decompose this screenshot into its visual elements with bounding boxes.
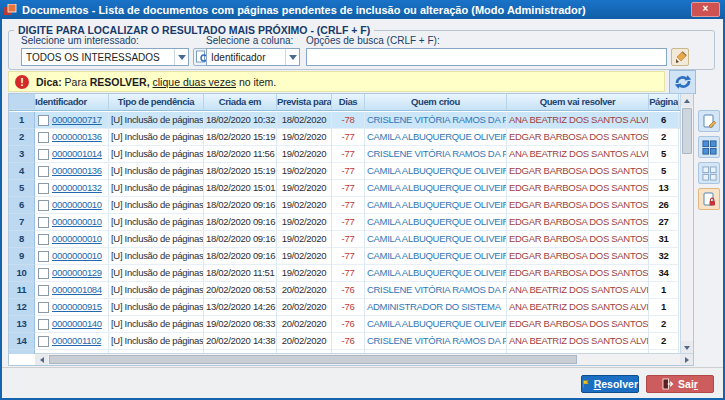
- row-checkbox[interactable]: [38, 302, 49, 313]
- tip-text: Dica: Para RESOLVER, clique duas vezes n…: [36, 76, 276, 88]
- interested-select[interactable]: TODOS OS INTERESSADOS: [21, 48, 189, 66]
- row-checkbox[interactable]: [38, 149, 49, 160]
- scroll-right-button[interactable]: [680, 354, 693, 365]
- row-checkbox[interactable]: [38, 285, 49, 296]
- row-number: 8: [9, 231, 35, 248]
- table-row[interactable]: 14 0000001102 [U] Inclusão de páginas 20…: [9, 333, 680, 350]
- days-cell: -77: [332, 231, 365, 248]
- arrow-down-icon: [684, 346, 690, 350]
- header-pages[interactable]: Página: [649, 94, 679, 110]
- vertical-scroll-thumb[interactable]: [682, 108, 692, 154]
- header-resolver[interactable]: Quem vai resolver: [507, 94, 649, 110]
- edit-document-button[interactable]: [698, 110, 720, 132]
- column-select[interactable]: Identificador: [206, 48, 300, 66]
- row-checkbox[interactable]: [38, 166, 49, 177]
- vertical-scrollbar[interactable]: [680, 94, 693, 354]
- due-date-cell: 18/02/2020: [277, 112, 332, 129]
- locked-document-button[interactable]: [698, 188, 720, 210]
- row-checkbox[interactable]: [38, 183, 49, 194]
- row-checkbox[interactable]: [38, 217, 49, 228]
- refresh-button[interactable]: [669, 70, 696, 94]
- row-checkbox[interactable]: [38, 268, 49, 279]
- row-number: 6: [9, 197, 35, 214]
- creator-cell: CAMILA ALBUQUERQUE OLIVEIRA: [365, 231, 507, 248]
- chevron-down-icon: [174, 49, 188, 65]
- creator-cell: CRISLENE VITÓRIA RAMOS DA PURI...: [365, 146, 507, 163]
- table-row[interactable]: 2 0000000136 [U] Inclusão de páginas 18/…: [9, 129, 680, 146]
- resolve-button[interactable]: Resolver: [581, 375, 639, 393]
- row-checkbox[interactable]: [38, 132, 49, 143]
- resolver-cell: EDGAR BARBOSA DOS SANTOS JÚNI...: [507, 163, 649, 180]
- identifier-link[interactable]: 0000001102: [52, 333, 101, 349]
- table-row[interactable]: 10 0000000129 [U] Inclusão de páginas 18…: [9, 265, 680, 282]
- clear-brush-button[interactable]: [671, 48, 689, 66]
- row-number: 11: [9, 282, 35, 299]
- header-creator[interactable]: Quem criou: [365, 94, 507, 110]
- resolver-cell: ANA BEATRIZ DOS SANTOS ALVES: [507, 112, 649, 129]
- search-input[interactable]: [306, 48, 667, 66]
- identifier-link[interactable]: 0000000132: [52, 180, 102, 196]
- identifier-link[interactable]: 0000000010: [52, 248, 102, 264]
- table-row[interactable]: 9 0000000010 [U] Inclusão de páginas 18/…: [9, 248, 680, 265]
- identifier-cell: 0000001084: [35, 282, 109, 299]
- table-row[interactable]: 12 0000000915 [U] Inclusão de páginas 13…: [9, 299, 680, 316]
- select-all-button[interactable]: [698, 136, 720, 158]
- row-checkbox[interactable]: [38, 319, 49, 330]
- resolver-cell: EDGAR BARBOSA DOS SANTOS JÚNI...: [507, 231, 649, 248]
- identifier-cell: 0000000010: [35, 248, 109, 265]
- table-row[interactable]: 1 0000000717 [U] Inclusão de páginas 18/…: [9, 112, 680, 129]
- arrow-up-icon: [684, 99, 690, 103]
- refresh-icon: [674, 74, 692, 90]
- identifier-link[interactable]: 0000000010: [52, 231, 102, 247]
- identifier-link[interactable]: 0000000010: [52, 197, 102, 213]
- header-row-number: [9, 94, 35, 110]
- row-checkbox[interactable]: [38, 251, 49, 262]
- table-row[interactable]: 13 0000000140 [U] Inclusão de páginas 19…: [9, 316, 680, 333]
- header-due[interactable]: Prevista para: [277, 94, 332, 110]
- row-checkbox[interactable]: [38, 115, 49, 126]
- identifier-link[interactable]: 0000000915: [52, 299, 102, 315]
- exit-button[interactable]: Sair: [646, 375, 714, 393]
- identifier-link[interactable]: 0000000140: [52, 316, 102, 332]
- scroll-up-button[interactable]: [681, 94, 693, 107]
- header-identifier[interactable]: Identificador: [35, 94, 109, 110]
- header-days[interactable]: Dias: [332, 94, 365, 110]
- table-row[interactable]: 11 0000001084 [U] Inclusão de páginas 20…: [9, 282, 680, 299]
- created-at-cell: 18/02/2020 11:51: [204, 265, 277, 282]
- row-number: 13: [9, 316, 35, 333]
- creator-cell: CAMILA ALBUQUERQUE OLIVEIRA: [365, 163, 507, 180]
- identifier-link[interactable]: 0000000136: [52, 163, 102, 179]
- table-row[interactable]: 6 0000000010 [U] Inclusão de páginas 18/…: [9, 197, 680, 214]
- column-label: Selecione a coluna:: [206, 35, 293, 46]
- deselect-all-button[interactable]: [698, 162, 720, 184]
- table-row[interactable]: 8 0000000010 [U] Inclusão de páginas 18/…: [9, 231, 680, 248]
- identifier-cell: 0000000010: [35, 214, 109, 231]
- identifier-cell: 0000000717: [35, 112, 109, 129]
- horizontal-scroll-thumb[interactable]: [49, 355, 577, 364]
- creator-cell: CAMILA ALBUQUERQUE OLIVEIRA: [365, 316, 507, 333]
- pages-cell: 1: [649, 299, 679, 316]
- horizontal-scrollbar[interactable]: [35, 353, 693, 365]
- identifier-link[interactable]: 0000001084: [52, 282, 102, 298]
- created-at-cell: 19/02/2020 08:33: [204, 316, 277, 333]
- days-cell: -76: [332, 299, 365, 316]
- table-row[interactable]: 4 0000000136 [U] Inclusão de páginas 18/…: [9, 163, 680, 180]
- header-created[interactable]: Criada em: [204, 94, 277, 110]
- row-checkbox[interactable]: [38, 200, 49, 211]
- table-row[interactable]: 7 0000000010 [U] Inclusão de páginas 18/…: [9, 214, 680, 231]
- identifier-cell: 0000000132: [35, 180, 109, 197]
- row-checkbox[interactable]: [38, 336, 49, 347]
- due-date-cell: 19/02/2020: [277, 163, 332, 180]
- header-type[interactable]: Tipo de pendência: [109, 94, 204, 110]
- row-checkbox[interactable]: [38, 234, 49, 245]
- double-click-hint-link[interactable]: clique duas vezes: [153, 76, 236, 88]
- identifier-link[interactable]: 0000000136: [52, 129, 102, 145]
- close-button[interactable]: ×: [691, 2, 720, 17]
- identifier-link[interactable]: 0000001014: [52, 146, 102, 162]
- table-row[interactable]: 3 0000001014 [U] Inclusão de páginas 18/…: [9, 146, 680, 163]
- identifier-link[interactable]: 0000000717: [52, 112, 102, 128]
- identifier-link[interactable]: 0000000129: [52, 265, 102, 281]
- table-row[interactable]: 5 0000000132 [U] Inclusão de páginas 18/…: [9, 180, 680, 197]
- identifier-link[interactable]: 0000000010: [52, 214, 102, 230]
- scroll-left-button[interactable]: [35, 354, 48, 365]
